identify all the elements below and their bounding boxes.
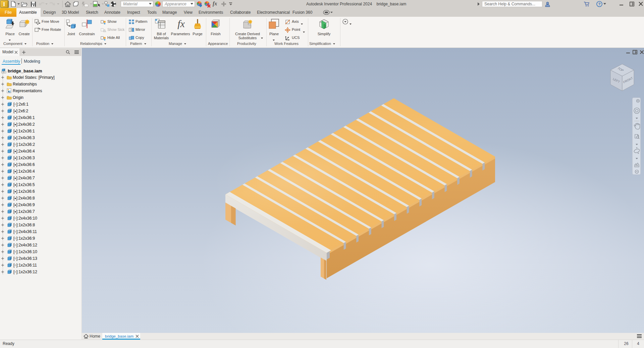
- svg-text:I: I: [3, 1, 5, 7]
- svg-text:?: ?: [598, 2, 601, 6]
